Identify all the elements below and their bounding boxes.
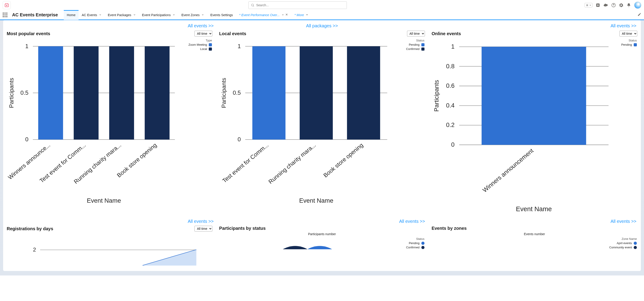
close-icon[interactable]	[285, 13, 288, 17]
tab-more[interactable]: * More	[291, 10, 312, 20]
legend-title: Type	[179, 39, 212, 42]
svg-text:0.6: 0.6	[446, 82, 454, 89]
chart-by-status	[283, 236, 332, 249]
legend-item: Confirmed	[396, 246, 424, 249]
time-filter-select[interactable]: All time	[620, 31, 637, 37]
pencil-icon	[638, 13, 641, 16]
svg-text:1: 1	[25, 43, 28, 49]
salesforce-button[interactable]	[603, 3, 608, 7]
global-header	[0, 0, 644, 10]
bell-icon	[626, 3, 631, 8]
search-icon	[251, 3, 254, 7]
chart-reg-days: 2	[6, 232, 213, 266]
caret-down-icon[interactable]	[306, 13, 308, 17]
svg-rect-11	[38, 46, 63, 140]
tab-ac-events[interactable]: AC Events	[78, 10, 105, 20]
svg-rect-29	[300, 46, 333, 140]
panel-title: Events by zones	[432, 226, 467, 231]
tab-events-settings[interactable]: Events Settings	[207, 10, 236, 20]
svg-text:0: 0	[451, 141, 454, 148]
legend-swatch	[634, 242, 637, 245]
tab-home[interactable]: Home	[64, 10, 79, 20]
time-filter-select[interactable]: All time	[194, 226, 212, 232]
panel-title: Most popular events	[7, 31, 50, 36]
search-input[interactable]	[256, 3, 344, 7]
panel-most-popular: Most popular events All time 00.51Winner…	[6, 31, 213, 215]
legend-item: Confirmed	[392, 47, 424, 51]
page-body: All events >> All packages >> All events…	[0, 20, 644, 275]
tab-event-zones[interactable]: Event Zones	[178, 10, 207, 20]
panel-title: Participants by status	[219, 226, 266, 231]
all-events-link[interactable]: All events >>	[188, 23, 214, 28]
legend-item: Pending	[392, 43, 424, 46]
legend-swatch	[421, 48, 424, 51]
svg-rect-17	[145, 46, 170, 140]
global-search[interactable]	[248, 1, 347, 9]
legend-title: Status	[392, 39, 424, 42]
all-events-link[interactable]: All events >>	[610, 23, 636, 28]
panel-subtitle: Participants number	[218, 232, 425, 236]
svg-text:Book store opening: Book store opening	[116, 142, 158, 178]
svg-text:Test event for Comm...: Test event for Comm...	[221, 142, 270, 184]
legend-title: Status	[613, 39, 637, 42]
plus-icon	[596, 3, 600, 8]
svg-text:1: 1	[451, 43, 454, 50]
chevron-down-icon[interactable]	[133, 13, 136, 17]
setup-button[interactable]	[619, 3, 624, 8]
panel-registrations-by-days: Registrations by days All time 2	[6, 226, 213, 266]
star-icon	[586, 4, 589, 7]
avatar[interactable]	[634, 2, 641, 9]
legend-item: Pending	[396, 241, 424, 245]
panel-online-events: Online events All time 00.20.40.60.81Win…	[431, 31, 638, 215]
panel-title: Registrations by days	[7, 226, 53, 231]
chevron-down-icon[interactable]	[172, 13, 175, 17]
svg-text:Participants: Participants	[8, 78, 14, 108]
chart-online: 00.20.40.60.81Winners announcementPartic…	[431, 37, 613, 215]
chevron-down-icon[interactable]	[99, 13, 102, 17]
legend-title: Status	[396, 237, 424, 240]
all-events-link[interactable]: All events >>	[188, 219, 214, 224]
svg-text:Event Name: Event Name	[299, 197, 334, 204]
svg-rect-15	[109, 46, 134, 140]
chart-popular: 00.51Winners announce...Test event for C…	[6, 37, 179, 206]
time-filter-select[interactable]: All time	[194, 31, 212, 37]
svg-text:0.5: 0.5	[233, 90, 241, 96]
legend-swatch	[421, 246, 424, 249]
favorites-button[interactable]	[584, 3, 592, 8]
legend-swatch	[421, 43, 424, 46]
time-filter-select[interactable]: All time	[407, 31, 425, 37]
svg-rect-27	[252, 46, 286, 140]
panel-participants-by-status: Participants by status Participants numb…	[218, 226, 425, 266]
header-tools	[584, 2, 641, 9]
context-bar: AC Events Enterprise Home AC Events Even…	[0, 10, 644, 20]
legend-item: Community event	[602, 246, 637, 249]
legend-swatch	[209, 48, 212, 51]
legend-item: Pending	[613, 43, 637, 46]
app-launcher[interactable]	[3, 13, 8, 18]
notifications-button[interactable]	[626, 3, 631, 8]
chevron-down-icon[interactable]	[282, 13, 284, 17]
svg-text:0.8: 0.8	[446, 63, 454, 70]
all-events-link[interactable]: All events >>	[610, 219, 636, 224]
add-button[interactable]	[596, 3, 600, 8]
svg-text:0: 0	[25, 136, 28, 142]
help-button[interactable]	[611, 3, 616, 8]
svg-text:Winners announcement: Winners announcement	[481, 147, 535, 193]
legend-swatch	[634, 246, 637, 249]
svg-text:2: 2	[528, 244, 530, 249]
all-events-link[interactable]: All events >>	[399, 219, 425, 224]
gear-icon	[619, 3, 624, 8]
svg-text:0.4: 0.4	[446, 102, 454, 109]
panel-subtitle: Events number	[431, 232, 638, 236]
edit-page-button[interactable]	[638, 13, 641, 17]
svg-rect-31	[347, 46, 380, 140]
tab-event-performance[interactable]: * Event Performance Over...	[236, 10, 291, 20]
tab-event-packages[interactable]: Event Packages	[105, 10, 139, 20]
legend-swatch	[421, 242, 424, 245]
panel-title: Online events	[432, 31, 461, 36]
chevron-down-icon[interactable]	[202, 13, 204, 17]
chart-local: 00.51Test event for Comm...Running chari…	[218, 37, 392, 206]
tab-event-participations[interactable]: Event Participations	[139, 10, 178, 20]
svg-text:Participants: Participants	[433, 80, 440, 112]
all-packages-link[interactable]: All packages >>	[306, 23, 338, 28]
